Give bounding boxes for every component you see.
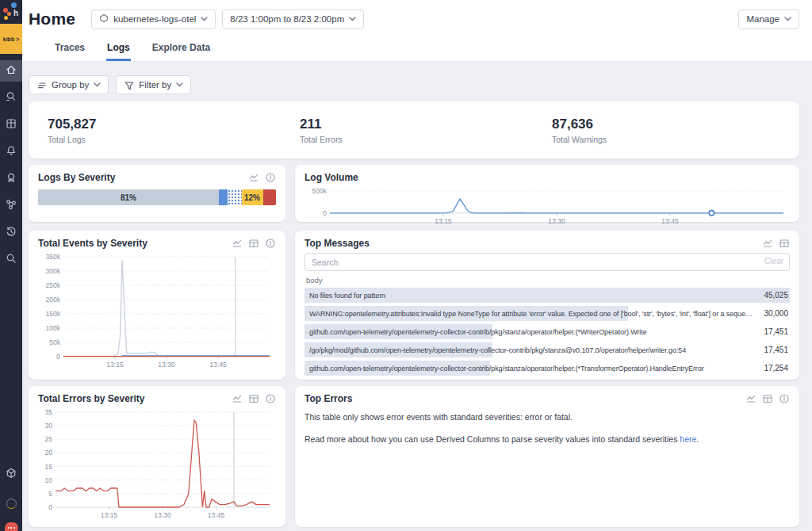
manage-label: Manage [746,14,779,24]
svg-text:13:45: 13:45 [661,217,679,225]
svg-text:13:30: 13:30 [548,217,565,225]
sidebar-bottom [0,464,22,531]
table-icon[interactable] [779,238,790,249]
team-badge[interactable]: kibb > [0,24,22,54]
time-range-label: 8/23 1:00pm to 8/23 2:00pm [230,14,344,24]
logo-dot-orange [7,12,11,16]
top-errors-readmore: Read more about how you can use Derived … [304,434,790,445]
sidebar-item-home[interactable] [0,60,22,82]
line-chart-icon[interactable] [745,393,756,404]
svg-text:13:15: 13:15 [106,361,124,369]
stats-card: 705,827 Total Logs 211 Total Errors 87,6… [29,101,799,159]
info-icon[interactable] [779,393,790,404]
tab-logs[interactable]: Logs [106,38,131,61]
message-text: github.com/open-telemetry/opentelemetry-… [304,365,756,372]
svg-text:20: 20 [45,449,53,457]
severity-segment [219,189,228,205]
stat-total-warnings: 87,636 Total Warnings [533,117,785,144]
dataset-selector[interactable]: kubernetes-logs-otel [91,10,216,29]
svg-text:50k: 50k [49,338,60,346]
tab-bar: Traces Logs Explore Data [22,38,812,62]
svg-text:13:30: 13:30 [158,361,175,369]
line-chart-icon[interactable] [232,238,243,249]
search-input[interactable] [304,253,790,271]
message-count: 17,254 [756,364,790,372]
slo-badge-icon [5,171,17,187]
group-by-icon [36,80,47,90]
page-title: Home [29,10,75,29]
logo-dot-blue [11,2,17,8]
stat-total-logs: 705,827 Total Logs [29,117,281,144]
sidebar-item-account[interactable] [0,493,22,514]
avatar [6,499,17,509]
message-row[interactable]: github.com/open-telemetry/opentelemetry-… [304,324,790,339]
honeycomb-logo[interactable]: h [0,0,22,24]
severity-segment: 12% [242,189,263,205]
panel-title: Log Volume [304,172,358,183]
sidebar-nav [0,60,22,270]
severity-segment: 81% [38,189,219,205]
sidebar-item-datasets[interactable] [0,464,22,485]
sidebar-item-query[interactable] [0,87,22,109]
tab-traces[interactable]: Traces [54,38,86,61]
sidebar-item-slos[interactable] [0,168,22,189]
table-icon[interactable] [248,393,259,404]
filter-icon [124,80,134,90]
info-icon[interactable] [265,238,276,249]
message-count: 45,025 [756,291,790,300]
hexagon-icon [99,13,109,25]
logo-dot-yellow [4,16,8,20]
svg-text:0: 0 [323,209,327,217]
svg-text:5: 5 [48,490,52,498]
filter-by-dropdown[interactable]: Filter by [116,75,191,94]
boards-icon [5,117,17,133]
info-icon[interactable] [265,393,276,404]
sidebar-item-service-map[interactable] [0,195,22,216]
svg-text:200k: 200k [46,296,61,304]
clear-button[interactable]: Clear [764,257,783,266]
svg-text:300k: 300k [46,267,61,275]
table-icon[interactable] [248,238,259,249]
svg-text:13:45: 13:45 [208,511,225,519]
svg-text:350k: 350k [46,253,61,261]
svg-text:10: 10 [45,476,53,484]
topbar: Home kubernetes-logs-otel 8/23 1:00pm to… [22,0,812,38]
sidebar-item-search[interactable] [0,249,22,270]
sidebar-item-boards[interactable] [0,114,22,136]
panel-top-messages: Top Messages Clear body No files found f… [295,231,799,380]
panel-top-errors: Top Errors This table only shows error e… [295,386,799,527]
message-row[interactable]: No files found for pattern45,025 [304,288,790,303]
chevron-down-icon [176,82,183,87]
message-text: WARNING:opentelemetry.attributes:Invalid… [304,310,756,318]
table-icon[interactable] [762,393,773,404]
help-chat-badge[interactable] [5,522,18,531]
top-messages-list: No files found for pattern45,025 WARNING… [304,288,790,376]
sidebar-item-alerts[interactable] [0,141,22,162]
message-row[interactable]: github.com/open-telemetry/opentelemetry-… [304,361,790,376]
time-range-selector[interactable]: 8/23 1:00pm to 8/23 2:00pm [222,10,364,29]
info-icon[interactable] [265,172,276,183]
panel-title: Top Messages [304,238,370,249]
svg-text:13:15: 13:15 [435,217,452,225]
line-chart-icon[interactable] [762,238,773,249]
chevron-down-icon [94,82,101,87]
svg-text:500k: 500k [312,187,327,195]
cube-icon [5,467,17,483]
svg-text:0: 0 [48,503,52,511]
line-chart-icon[interactable] [248,172,259,183]
message-count: 17,451 [756,327,790,336]
chevron-down-icon [784,17,791,21]
svg-text:30: 30 [45,422,53,430]
tab-explore-data[interactable]: Explore Data [151,38,211,61]
manage-button[interactable]: Manage [738,10,799,29]
message-row[interactable]: WARNING:opentelemetry.attributes:Invalid… [304,306,790,321]
group-by-dropdown[interactable]: Group by [29,75,109,94]
line-chart-icon[interactable] [232,393,243,404]
panel-logs-by-severity: Logs By Severity 81%12% [29,165,285,222]
search-icon [5,252,17,268]
sidebar-item-history[interactable] [0,222,22,243]
here-link[interactable]: here [680,434,696,444]
message-row[interactable]: /go/pkg/mod/github.com/open-telemetry/op… [304,342,790,357]
svg-text:0: 0 [56,353,60,361]
stat-label: Total Errors [300,135,533,144]
